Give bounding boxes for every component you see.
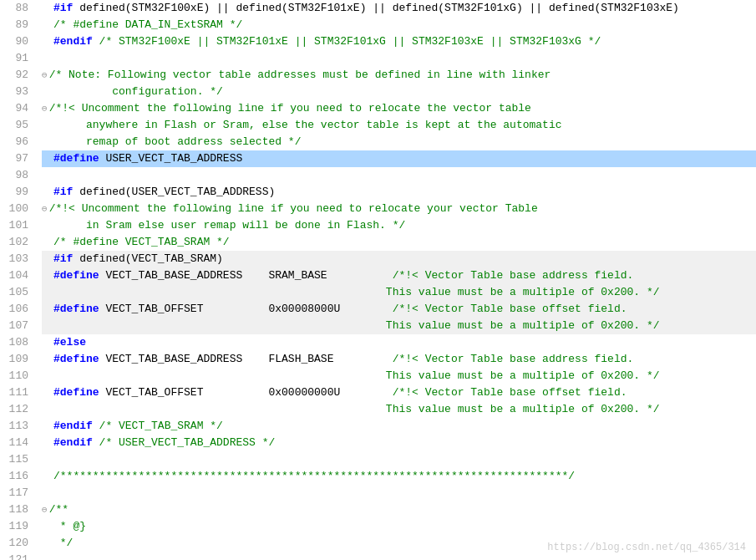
table-row — [42, 485, 756, 501]
line-number: 104 — [7, 267, 28, 284]
line-number: 107 — [7, 318, 28, 334]
table-row: This value must be a multiple of 0x200. … — [42, 318, 756, 334]
line-number: 89 — [7, 17, 28, 33]
line-number: 98 — [7, 167, 28, 184]
line-number: 121 — [7, 552, 28, 560]
line-number: 111 — [7, 384, 28, 401]
table-row: #endif /* VECT_TAB_SRAM */ — [42, 418, 756, 435]
table-row: #if defined(VECT_TAB_SRAM) — [42, 251, 756, 267]
table-row: ⊖/** — [42, 501, 756, 518]
line-number: 102 — [7, 234, 28, 251]
table-row — [42, 50, 756, 67]
code-content[interactable]: #if defined(STM32F100xE) || defined(STM3… — [35, 0, 756, 560]
line-numbers: 8889909192939495969798991001011021031041… — [0, 0, 35, 560]
line-number: 115 — [7, 451, 28, 468]
table-row: #if defined(USER_VECT_TAB_ADDRESS) — [42, 184, 756, 201]
table-row: * @} — [42, 518, 756, 535]
table-row: #define VECT_TAB_OFFSET 0x00008000U /*!<… — [42, 301, 756, 318]
line-number: 118 — [7, 501, 28, 518]
table-row — [42, 451, 756, 468]
line-number: 93 — [7, 84, 28, 100]
table-row: ⊖/*!< Uncomment the following line if yo… — [42, 100, 756, 117]
watermark: https://blog.csdn.net/qq_4365/314 — [547, 542, 746, 553]
line-number: 109 — [7, 351, 28, 368]
code-editor: 8889909192939495969798991001011021031041… — [0, 0, 756, 560]
line-number: 108 — [7, 334, 28, 351]
line-number: 116 — [7, 468, 28, 485]
table-row: #define USER_VECT_TAB_ADDRESS — [42, 150, 756, 167]
line-number: 103 — [7, 251, 28, 267]
line-number: 110 — [7, 368, 28, 384]
line-number: 106 — [7, 301, 28, 318]
line-number: 90 — [7, 33, 28, 50]
line-number: 99 — [7, 184, 28, 201]
table-row: ⊖/*!< Uncomment the following line if yo… — [42, 201, 756, 217]
line-number: 94 — [7, 100, 28, 117]
table-row: This value must be a multiple of 0x200. … — [42, 368, 756, 384]
table-row: /***************************************… — [42, 468, 756, 485]
line-number: 120 — [7, 535, 28, 552]
line-number: 97 — [7, 150, 28, 167]
table-row: #else — [42, 334, 756, 351]
line-number: 92 — [7, 67, 28, 84]
line-number: 105 — [7, 284, 28, 301]
line-number: 112 — [7, 401, 28, 418]
table-row: /* #define VECT_TAB_SRAM */ — [42, 234, 756, 251]
table-row: anywhere in Flash or Sram, else the vect… — [42, 117, 756, 134]
line-number: 95 — [7, 117, 28, 134]
line-number: 119 — [7, 518, 28, 535]
table-row: This value must be a multiple of 0x200. … — [42, 284, 756, 301]
table-row — [42, 167, 756, 184]
line-number: 101 — [7, 217, 28, 234]
table-row: configuration. */ — [42, 84, 756, 100]
table-row: #define VECT_TAB_OFFSET 0x00000000U /*!<… — [42, 384, 756, 401]
fold-icon[interactable]: ⊖ — [42, 501, 48, 518]
line-number: 96 — [7, 134, 28, 150]
table-row: /* #define DATA_IN_ExtSRAM */ — [42, 17, 756, 33]
fold-icon[interactable]: ⊖ — [42, 201, 48, 217]
fold-icon[interactable]: ⊖ — [42, 67, 48, 84]
line-number: 91 — [7, 50, 28, 67]
code-area: 8889909192939495969798991001011021031041… — [0, 0, 756, 560]
table-row: #define VECT_TAB_BASE_ADDRESS SRAM_BASE … — [42, 267, 756, 284]
line-number: 113 — [7, 418, 28, 435]
table-row: remap of boot address selected */ — [42, 134, 756, 150]
table-row: ⊖/* Note: Following vector table address… — [42, 67, 756, 84]
fold-icon[interactable]: ⊖ — [42, 100, 48, 117]
line-number: 117 — [7, 485, 28, 501]
table-row: This value must be a multiple of 0x200. … — [42, 401, 756, 418]
line-number: 114 — [7, 435, 28, 451]
table-row: #define VECT_TAB_BASE_ADDRESS FLASH_BASE… — [42, 351, 756, 368]
line-number: 100 — [7, 201, 28, 217]
table-row: #if defined(STM32F100xE) || defined(STM3… — [42, 0, 756, 17]
table-row: #endif /* USER_VECT_TAB_ADDRESS */ — [42, 435, 756, 451]
table-row: #endif /* STM32F100xE || STM32F101xE || … — [42, 33, 756, 50]
line-number: 88 — [7, 0, 28, 17]
table-row: in Sram else user remap will be done in … — [42, 217, 756, 234]
